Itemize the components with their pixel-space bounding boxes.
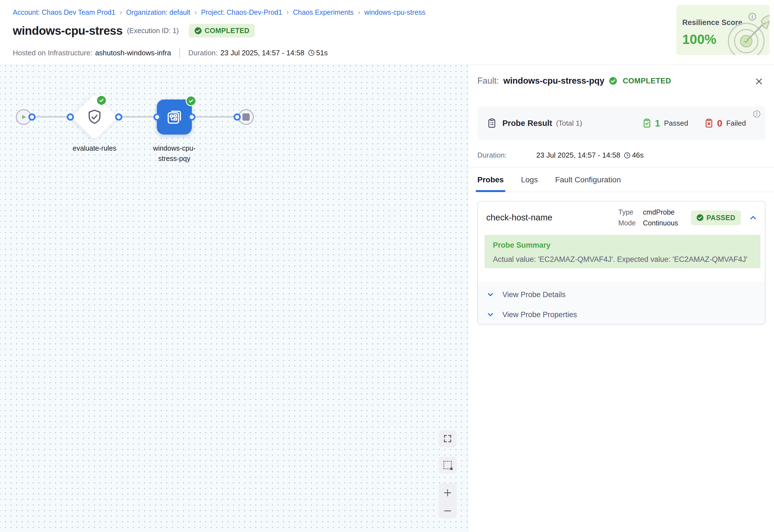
breadcrumb-current[interactable]: windows-cpu-stress — [364, 8, 426, 16]
port — [234, 113, 241, 121]
tab-logs[interactable]: Logs — [521, 168, 538, 192]
probe-status-text: PASSED — [706, 214, 735, 222]
breadcrumb-account[interactable]: Account: Chaos Dev Team Prod1 — [13, 8, 115, 16]
probe-name: check-host-name — [486, 213, 552, 223]
pipeline-canvas[interactable]: evaluate-rules windows-cpu-stress-pqy — [0, 65, 468, 532]
vertical-divider — [179, 48, 180, 58]
fullscreen-button[interactable] — [438, 430, 457, 447]
clock-icon — [624, 152, 631, 159]
failed-clipboard-icon — [704, 118, 714, 128]
duration-seconds: 51s — [316, 49, 328, 57]
duration-value: 23 Jul 2025, 14:57 - 14:58 — [220, 49, 304, 57]
evaluate-success-badge-icon — [96, 95, 107, 106]
breadcrumb-organization[interactable]: Organization: default — [126, 8, 190, 16]
check-circle-icon — [194, 27, 202, 34]
tab-fault-configuration[interactable]: Fault Configuration — [555, 168, 621, 192]
view-probe-details-label: View Probe Details — [502, 290, 566, 299]
header: Account: Chaos Dev Team Prod1 › Organiza… — [0, 0, 774, 65]
clock-icon — [308, 49, 315, 56]
view-probe-properties-toggle[interactable]: View Probe Properties — [478, 305, 765, 325]
probe-summary-title: Probe Summary — [493, 241, 752, 250]
fault-success-badge-icon — [186, 96, 196, 106]
edge-evaluate-to-fault — [119, 116, 157, 118]
port — [188, 113, 195, 121]
fullscreen-icon — [443, 434, 452, 443]
probe-mode-value: Continuous — [643, 219, 678, 227]
experiment-status-text: COMPLETED — [205, 27, 249, 35]
clipboard-icon — [486, 118, 497, 129]
port — [67, 113, 74, 121]
chevron-down-icon — [486, 290, 495, 299]
probe-mode-label: Mode — [618, 219, 636, 227]
marquee-select-button[interactable] — [438, 457, 457, 473]
port — [153, 113, 161, 121]
failed-count: 0 — [717, 118, 722, 129]
probe-card-footer: View Probe Details View Probe Properties — [478, 282, 765, 325]
view-probe-properties-label: View Probe Properties — [502, 310, 577, 319]
check-circle-icon — [696, 214, 704, 221]
experiment-status-badge: COMPLETED — [189, 24, 255, 38]
app-root: Account: Chaos Dev Team Prod1 › Organiza… — [0, 0, 774, 532]
probe-summary-box: Probe Summary Actual value: 'EC2AMAZ-QMV… — [485, 235, 760, 268]
execution-id: (Execution ID: 1) — [127, 27, 179, 35]
check-circle-icon — [609, 77, 617, 85]
close-icon[interactable] — [754, 76, 764, 86]
breadcrumb-project[interactable]: Project: Chaos-Dev-Prod1 — [201, 8, 282, 16]
fault-node-windows-cpu-stress[interactable] — [157, 100, 192, 135]
view-probe-details-toggle[interactable]: View Probe Details — [478, 285, 765, 305]
resilience-score-value: 100% — [682, 32, 716, 47]
probe-result-title: Probe Result — [502, 119, 552, 128]
fault-duration-value: 23 Jul 2025, 14:57 - 14:58 — [536, 151, 620, 160]
port — [115, 113, 122, 121]
passed-label: Passed — [664, 119, 688, 128]
infra-label: Hosted on Infrastructure: — [13, 49, 92, 57]
stop-icon — [242, 113, 250, 121]
breadcrumb-separator: › — [358, 9, 360, 16]
shield-check-icon — [78, 101, 111, 133]
probe-type-label: Type — [618, 208, 636, 216]
zoom-in-button[interactable] — [443, 488, 452, 498]
breadcrumb: Account: Chaos Dev Team Prod1 › Organiza… — [13, 8, 425, 16]
fault-duration-seconds: 46s — [632, 151, 644, 160]
infra-value: ashutosh-windows-infra — [95, 49, 171, 57]
page-title: windows-cpu-stress — [13, 24, 123, 38]
fault-status-text: COMPLETED — [623, 77, 671, 85]
probe-card: check-host-name Type cmdProbe Mode Conti… — [477, 201, 765, 325]
meta-row: Hosted on Infrastructure: ashutosh-windo… — [13, 48, 328, 58]
fault-details-panel: Fault: windows-cpu-stress-pqy COMPLETED — [468, 65, 774, 532]
resilience-score-card: Resilience Score 100% — [676, 5, 770, 55]
probe-result-total: (Total 1) — [556, 119, 582, 128]
breadcrumb-separator: › — [120, 9, 122, 16]
failed-label: Failed — [726, 119, 746, 128]
probe-type-value: cmdProbe — [643, 208, 678, 216]
passed-clipboard-icon — [642, 118, 652, 128]
fault-name: windows-cpu-stress-pqy — [503, 76, 604, 86]
tab-probes[interactable]: Probes — [477, 168, 504, 192]
fault-node-label: windows-cpu-stress-pqy — [151, 143, 198, 164]
fault-header: Fault: windows-cpu-stress-pqy COMPLETED — [477, 76, 671, 86]
experiment-steps-icon — [165, 108, 183, 126]
passed-count: 1 — [655, 118, 660, 129]
fault-label: Fault: — [477, 76, 499, 86]
probe-card-header[interactable]: check-host-name Type cmdProbe Mode Conti… — [478, 202, 765, 227]
probe-status-badge: PASSED — [691, 210, 741, 225]
play-icon — [20, 113, 27, 121]
edge-fault-to-end — [192, 116, 237, 118]
breadcrumb-separator: › — [195, 9, 197, 16]
breadcrumb-chaos-experiments[interactable]: Chaos Experiments — [293, 8, 354, 16]
title-row: windows-cpu-stress (Execution ID: 1) COM… — [13, 24, 255, 38]
evaluate-node-label: evaluate-rules — [67, 143, 122, 153]
probe-summary-text: Actual value: 'EC2AMAZ-QMVAF4J'. Expecte… — [493, 255, 752, 264]
zoom-out-button[interactable] — [443, 509, 452, 513]
zoom-controls — [438, 483, 457, 518]
tab-bar: Probes Logs Fault Configuration — [468, 168, 774, 192]
marquee-select-icon — [443, 461, 452, 469]
workspace: evaluate-rules windows-cpu-stress-pqy — [0, 65, 774, 532]
chevron-up-icon[interactable] — [749, 213, 758, 222]
port — [28, 113, 36, 121]
info-icon[interactable] — [753, 110, 761, 118]
fault-duration-row: Duration: 23 Jul 2025, 14:57 - 14:58 46s — [477, 151, 644, 160]
probe-type-mode: Type cmdProbe Mode Continuous — [618, 208, 678, 227]
edge-start-to-evaluate — [32, 116, 70, 118]
chevron-down-icon — [486, 310, 495, 319]
